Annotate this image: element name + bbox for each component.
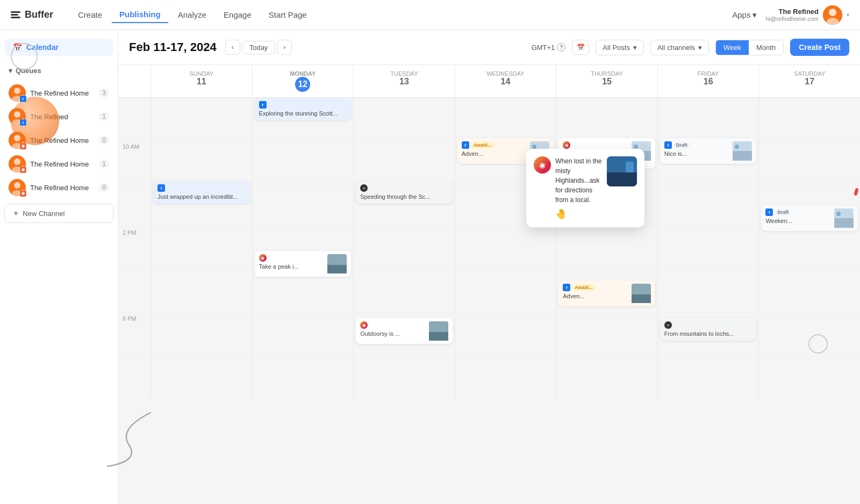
calendar-view-icon-button[interactable]: 📅 — [572, 40, 589, 55]
cal-day-col-inner-6: fDraft Weeken... — [759, 98, 860, 399]
time-row-5-0 — [658, 98, 759, 141]
new-channel-button[interactable]: + New Channel — [4, 204, 113, 223]
buffer-logo-icon — [11, 11, 20, 18]
svg-rect-29 — [607, 172, 637, 186]
cal-day-header-6: Saturday17 — [758, 65, 860, 97]
cal-day-header-1: Monday12 — [252, 65, 354, 97]
topnav-link-start-page[interactable]: Start Page — [261, 7, 314, 23]
info-icon[interactable]: ? — [557, 43, 565, 52]
cal-day-col-0: f Just wrapped up an incredibl... — [150, 98, 252, 399]
time-row-2-1 — [354, 141, 455, 184]
time-label-5: 6 PM — [118, 313, 150, 356]
sidebar-queue-item-0[interactable]: fThe Refined Home3 — [0, 81, 118, 105]
svg-point-13 — [14, 159, 20, 165]
apps-menu[interactable]: Apps ▾ — [732, 10, 757, 20]
post-text-3: Adven... — [462, 150, 528, 157]
post-card-7[interactable]: fAwaiti... Adven... — [558, 280, 655, 306]
post-card-5[interactable]: fDraft Nico is... — [660, 138, 757, 164]
time-row-0-3 — [151, 227, 252, 270]
queue-name-4: The Refined Home — [30, 184, 95, 192]
post-image-9 — [429, 321, 448, 341]
day-num-0: 11 — [155, 77, 248, 87]
user-email: hi@refindhome.com — [765, 16, 819, 22]
sidebar-queue-item-4[interactable]: ◉The Refined Home0 — [0, 176, 118, 199]
channels-filter[interactable]: All channels ▾ — [650, 40, 709, 55]
post-content-3: fAwaiti... Adven... — [462, 141, 528, 157]
queue-avatar-wrapper-0: f — [9, 84, 26, 102]
time-label-0 — [118, 98, 150, 141]
awaiting-badge-3: Awaiti... — [471, 142, 494, 148]
logo[interactable]: Buffer — [11, 9, 53, 20]
post-card-9[interactable]: ◉ Outdoorsy is ... — [356, 318, 453, 344]
queue-avatar-wrapper-3: ◉ — [9, 155, 26, 172]
svg-point-35 — [735, 145, 739, 149]
user-menu[interactable]: The Refined hi@refindhome.com ▾ — [765, 5, 849, 25]
queue-count-3: 1 — [99, 160, 109, 168]
today-button[interactable]: Today — [242, 41, 275, 54]
tooltip-text-area: When lost in the misty Highlands...ask f… — [555, 156, 603, 220]
post-content-0: f Exploring the stunning Scott... — [259, 101, 347, 117]
post-card-0[interactable]: f Exploring the stunning Scott... — [255, 98, 352, 120]
time-label-1: 10 AM — [118, 141, 150, 184]
time-row-2-6 — [354, 356, 455, 399]
post-text-7: Adven... — [563, 292, 629, 300]
month-view-button[interactable]: Month — [749, 40, 783, 55]
cal-day-col-inner-4: ◉ When lost in the misty Highlands...ask… — [556, 98, 657, 399]
cal-day-header-4: Thursday15 — [556, 65, 657, 97]
posts-filter[interactable]: All Posts ▾ — [596, 40, 644, 55]
time-row-1-1 — [253, 141, 354, 184]
post-image-8 — [834, 208, 854, 228]
time-row-6-6 — [759, 356, 860, 399]
tooltip-card-4: ◉ When lost in the misty Highlands...ask… — [526, 149, 644, 227]
time-row-3-3 — [455, 227, 556, 270]
topnav-links: CreatePublishingAnalyzeEngageStart Page — [70, 6, 732, 23]
svg-rect-30 — [626, 162, 634, 172]
topnav-link-engage[interactable]: Engage — [216, 7, 259, 23]
next-week-button[interactable]: › — [277, 40, 292, 55]
day-label-4: Thursday — [561, 70, 653, 77]
cal-grid: 10 AM2 PM6 PM f Just wrapped up an incre… — [118, 98, 860, 504]
svg-point-10 — [14, 135, 20, 141]
post-card-4[interactable]: ◉ When lost in the misty Highlands...ask… — [558, 138, 655, 169]
week-view-button[interactable]: Week — [716, 40, 749, 55]
create-post-button[interactable]: Create Post — [790, 39, 849, 56]
day-label-5: Friday — [662, 70, 755, 77]
topnav-link-analyze[interactable]: Analyze — [170, 7, 214, 23]
post-card-1[interactable]: f Just wrapped up an incredibl... — [153, 181, 250, 204]
queue-count-4: 0 — [99, 183, 109, 192]
post-card-6[interactable]: ◉ Take a peak i... — [255, 251, 352, 277]
post-card-10[interactable]: ≡ From mountains to lochs... — [660, 318, 757, 341]
time-row-0-6 — [151, 356, 252, 399]
time-row-0-0 — [151, 98, 252, 141]
queue-avatar-wrapper-2: ◉ — [9, 132, 26, 149]
queue-list: fThe Refined Home3fThe Refined1◉The Refi… — [0, 81, 118, 199]
timezone-label: GMT+1 — [532, 44, 555, 52]
post-content-7: fAwaiti... Adven... — [563, 284, 629, 300]
time-row-6-1 — [759, 141, 860, 184]
queues-header[interactable]: ▾ Queues — [0, 64, 118, 77]
sidebar-calendar[interactable]: 📅 Calendar — [4, 39, 113, 56]
cal-right: GMT+1 ? 📅 All Posts ▾ All channels ▾ Wee… — [532, 39, 849, 56]
time-row-5-3 — [658, 227, 759, 270]
sidebar-queue-item-1[interactable]: fThe Refined1 — [0, 105, 118, 128]
cal-day-col-3: fAwaiti... Adven... — [455, 98, 556, 399]
sidebar-queue-item-2[interactable]: ◉The Refined Home0 — [0, 128, 118, 152]
topnav-link-create[interactable]: Create — [70, 7, 110, 23]
time-row-4-3 — [556, 227, 657, 270]
time-row-1-5 — [253, 313, 354, 356]
post-text-10: From mountains to lochs... — [664, 330, 752, 337]
cal-day-col-inner-2: ≡ Speeding through the Sc... ◉ Outdoorsy… — [354, 98, 455, 399]
cal-day-header-3: Wednesday14 — [455, 65, 556, 97]
cal-body: 10 AM2 PM6 PM f Just wrapped up an incre… — [118, 98, 860, 399]
prev-week-button[interactable]: ‹ — [225, 40, 240, 55]
post-content-10: ≡ From mountains to lochs... — [664, 321, 752, 337]
day-num-2: 13 — [358, 77, 450, 87]
svg-point-4 — [14, 88, 20, 94]
tooltip-ig-icon: ◉ — [534, 156, 551, 174]
topnav-link-publishing[interactable]: Publishing — [112, 6, 168, 23]
sidebar-queue-item-3[interactable]: ◉The Refined Home1 — [0, 152, 118, 176]
sidebar: 📅 Calendar ▾ Queues fThe Refined Home3fT… — [0, 30, 118, 504]
post-card-8[interactable]: fDraft Weeken... — [761, 205, 858, 231]
post-card-2[interactable]: ≡ Speeding through the Sc... — [356, 181, 453, 204]
queue-avatar-wrapper-4: ◉ — [9, 179, 26, 196]
